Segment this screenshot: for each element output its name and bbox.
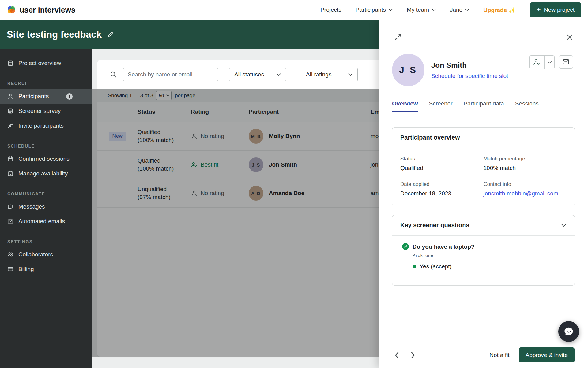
calendar-clock-icon <box>7 171 13 177</box>
nav-my-team[interactable]: My team <box>407 6 436 13</box>
question-answer: Yes (accept) <box>413 263 475 270</box>
question-type: Pick one <box>413 253 475 258</box>
approve-invite-button[interactable]: Approve & invite <box>519 347 575 362</box>
sidebar-item-label: Project overview <box>18 60 61 67</box>
field-label: Match percentage <box>484 156 567 162</box>
question-title: Do you have a laptop? <box>413 243 475 250</box>
sidebar-item-billing[interactable]: Billing <box>0 262 92 277</box>
sidebar-item-screener-survey[interactable]: Screener survey <box>0 104 92 118</box>
drawer-actions <box>529 55 573 69</box>
sidebar-item-label: Manage availability <box>18 170 68 177</box>
participant-drawer: J S Jon Smith Schedule for specific time… <box>379 20 588 368</box>
chat-bubble-icon <box>564 326 574 337</box>
field-value: 100% match <box>484 165 567 171</box>
sidebar-section-settings: SETTINGS <box>7 239 92 244</box>
sidebar-item-confirmed-sessions[interactable]: Confirmed sessions <box>0 151 92 166</box>
question-content: Do you have a laptop? Pick one Yes (acce… <box>413 243 475 270</box>
tab-overview[interactable]: Overview <box>392 100 418 112</box>
sidebar-item-label: Screener survey <box>18 108 61 114</box>
survey-icon <box>7 108 13 114</box>
nav-user-jane[interactable]: Jane <box>450 6 469 13</box>
chevron-down-icon <box>277 73 281 76</box>
screener-question-block: Do you have a laptop? Pick one Yes (acce… <box>392 236 575 270</box>
answer-value: Yes (accept) <box>420 263 452 270</box>
nav-projects[interactable]: Projects <box>320 6 341 13</box>
sidebar-item-invite-participants[interactable]: Invite participants <box>0 118 92 133</box>
not-a-fit-button[interactable]: Not a fit <box>489 352 509 358</box>
sidebar-section-schedule: SCHEDULE <box>7 144 92 148</box>
tab-participant-data[interactable]: Participant data <box>464 100 504 112</box>
document-icon <box>7 60 13 66</box>
avatar: J S <box>392 54 424 86</box>
mail-icon <box>562 58 570 66</box>
field-date-applied: Date applied December 18, 2023 <box>400 181 484 197</box>
field-match-percentage: Match percentage 100% match <box>484 156 567 171</box>
profile-text: Jon Smith Schedule for specific time slo… <box>431 54 508 86</box>
chevron-down-icon[interactable] <box>545 56 554 69</box>
chevron-down-icon <box>348 73 352 76</box>
screener-card-header[interactable]: Key screener questions <box>392 215 575 236</box>
drawer-footer: Not a fit Approve & invite <box>379 342 588 368</box>
sidebar-item-label: Confirmed sessions <box>18 155 70 162</box>
search-icon <box>110 71 117 78</box>
rating-filter-value: All ratings <box>306 71 331 78</box>
status-filter-value: All statuses <box>234 71 264 78</box>
sidebar-section-communicate: COMMUNICATE <box>7 191 92 196</box>
tab-sessions[interactable]: Sessions <box>515 100 539 112</box>
upgrade-link[interactable]: Upgrade ✨ <box>483 6 516 13</box>
tab-screener[interactable]: Screener <box>429 100 453 112</box>
overview-card-header: Participant overview <box>392 128 575 148</box>
schedule-link[interactable]: Schedule for specific time slot <box>431 73 508 79</box>
brand[interactable]: user interviews <box>7 5 75 14</box>
person-check-icon[interactable] <box>530 56 545 69</box>
sidebar-item-label: Collaborators <box>18 251 53 258</box>
new-project-button[interactable]: + New project <box>530 2 581 17</box>
screener-card-title: Key screener questions <box>400 222 469 229</box>
participant-profile: J S Jon Smith Schedule for specific time… <box>392 54 508 86</box>
field-label: Status <box>400 156 484 162</box>
alert-badge: ! <box>66 93 73 100</box>
approve-split-button <box>529 55 555 69</box>
chevron-down-icon <box>389 9 393 11</box>
close-icon[interactable] <box>566 33 573 41</box>
previous-participant-button[interactable] <box>394 351 399 359</box>
field-contact-info: Contact info jonsmith.mobbin@gmail.com <box>484 181 567 197</box>
field-label: Date applied <box>400 181 484 187</box>
sidebar-item-collaborators[interactable]: Collaborators <box>0 247 92 262</box>
participant-overview-card: Participant overview Status Qualified Ma… <box>392 127 575 206</box>
nav-projects-label: Projects <box>320 6 341 13</box>
sidebar-item-automated-emails[interactable]: Automated emails <box>0 214 92 229</box>
nav-my-team-label: My team <box>407 6 429 13</box>
sidebar-item-messages[interactable]: Messages <box>0 199 92 214</box>
next-participant-button[interactable] <box>411 351 415 359</box>
email-link[interactable]: jonsmith.mobbin@gmail.com <box>484 190 567 197</box>
expand-icon[interactable] <box>394 33 402 41</box>
participants-toolbar: All statuses All ratings <box>97 60 389 89</box>
overview-card-title: Participant overview <box>400 134 460 141</box>
field-value: December 18, 2023 <box>400 190 484 197</box>
search-input[interactable] <box>123 68 218 81</box>
page-title: Site testing feedback <box>7 29 102 40</box>
chevron-down-icon[interactable] <box>561 224 567 227</box>
email-participant-button[interactable] <box>559 55 573 69</box>
people-icon <box>7 251 13 258</box>
chat-launcher-button[interactable] <box>558 321 579 342</box>
edit-title-icon[interactable] <box>107 31 114 38</box>
rating-filter-select[interactable]: All ratings <box>301 68 358 81</box>
sidebar-item-participants[interactable]: Participants ! <box>0 89 92 104</box>
nav-participants[interactable]: Participants <box>356 6 393 13</box>
app-root: user interviews Projects Participants My… <box>0 0 588 368</box>
chevron-down-icon <box>465 9 469 11</box>
credit-card-icon <box>7 266 13 272</box>
sidebar-item-manage-availability[interactable]: Manage availability <box>0 166 92 181</box>
nav-menu: Projects Participants My team Jane Upgra… <box>320 2 581 17</box>
sidebar: Project overview RECRUIT Participants ! … <box>0 49 92 368</box>
field-status: Status Qualified <box>400 156 484 171</box>
nav-participants-label: Participants <box>356 6 386 13</box>
brand-logo-icon <box>7 5 16 14</box>
drawer-tabs: Overview Screener Participant data Sessi… <box>392 100 575 112</box>
sidebar-item-project-overview[interactable]: Project overview <box>0 56 92 71</box>
status-filter-select[interactable]: All statuses <box>229 68 286 81</box>
sidebar-section-recruit: RECRUIT <box>7 81 92 86</box>
person-icon <box>7 93 13 99</box>
